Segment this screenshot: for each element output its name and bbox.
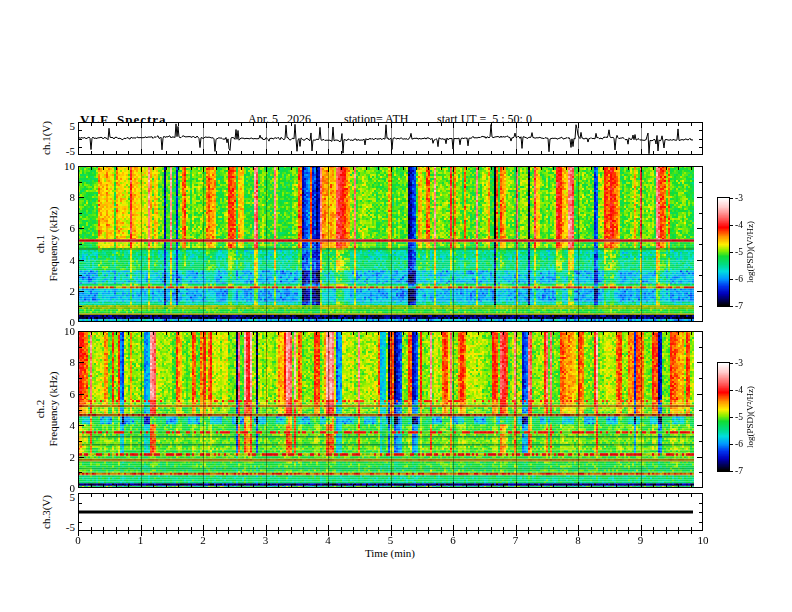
colorbar0-tick--5: -5: [735, 247, 743, 257]
xtick-0: 0: [63, 534, 93, 546]
ch1-ytick--5: -5: [45, 145, 75, 157]
xtick-1: 1: [126, 534, 156, 546]
ch3-waveform-panel: [78, 493, 703, 539]
ch2-spectrogram: [78, 331, 703, 488]
ch2spec-ytick-10: 10: [45, 325, 75, 337]
ch1-frequency-axis-label: Frequency (kHz): [47, 207, 59, 282]
xtick-9: 9: [626, 534, 656, 546]
xtick-6: 6: [438, 534, 468, 546]
ch2-axis-label: ch.2: [34, 400, 46, 419]
ch1spec-ytick-8: 8: [45, 191, 75, 203]
ch2spec-ytick-0: 0: [45, 482, 75, 494]
colorbar0-tick--4: -4: [735, 220, 743, 230]
colorbar1-tick--3: -3: [735, 358, 743, 368]
colorbar-ch1-label: log(PSD)(V²/Hz): [745, 221, 755, 283]
colorbar0-tickmark--3: [729, 198, 733, 199]
xtick-10: 10: [688, 534, 718, 546]
ch1-waveform-panel: [78, 122, 703, 155]
ch2spec-ytick-2: 2: [45, 451, 75, 463]
colorbar1-tick--7: -7: [735, 466, 743, 476]
vlf-spectra-plot: VLF Spectra Apr. 5 , 2026 station= ATH s…: [0, 0, 792, 612]
ch2spec-ytick-6: 6: [45, 388, 75, 400]
colorbar1-tickmark--4: [729, 390, 733, 391]
xtick-3: 3: [251, 534, 281, 546]
colorbar1-tick--4: -4: [735, 385, 743, 395]
colorbar-ch1: [718, 198, 729, 306]
colorbar0-tick--3: -3: [735, 193, 743, 203]
ch1spec-ytick-6: 6: [45, 222, 75, 234]
colorbar0-tickmark--7: [729, 306, 733, 307]
xtick-8: 8: [563, 534, 593, 546]
colorbar1-tickmark--3: [729, 363, 733, 364]
colorbar0-tickmark--6: [729, 279, 733, 280]
xtick-7: 7: [501, 534, 531, 546]
ch2spec-ytick-4: 4: [45, 419, 75, 431]
colorbar0-tickmark--4: [729, 225, 733, 226]
colorbar-ch2: [718, 363, 729, 471]
colorbar1-tickmark--7: [729, 471, 733, 472]
xtick-5: 5: [376, 534, 406, 546]
colorbar1-tickmark--5: [729, 417, 733, 418]
ch1spec-ytick-4: 4: [45, 254, 75, 266]
ch3-ytick--5: -5: [45, 521, 75, 533]
xtick-2: 2: [188, 534, 218, 546]
colorbar0-tick--6: -6: [735, 274, 743, 284]
colorbar1-tick--5: -5: [735, 412, 743, 422]
xtick-4: 4: [313, 534, 343, 546]
colorbar-ch2-label: log(PSD)(V²/Hz): [745, 386, 755, 448]
x-axis-label: Time (min): [335, 547, 445, 559]
colorbar1-tick--6: -6: [735, 439, 743, 449]
colorbar0-tickmark--5: [729, 252, 733, 253]
ch1spec-ytick-10: 10: [45, 160, 75, 172]
colorbar0-tick--7: -7: [735, 301, 743, 311]
ch1-axis-label: ch.1: [34, 235, 46, 254]
ch1spec-ytick-2: 2: [45, 285, 75, 297]
ch2-frequency-axis-label: Frequency (kHz): [47, 372, 59, 447]
ch1-spectrogram: [78, 166, 703, 322]
ch1-ytick-5: 5: [45, 120, 75, 132]
colorbar1-tickmark--6: [729, 444, 733, 445]
ch2spec-ytick-8: 8: [45, 356, 75, 368]
